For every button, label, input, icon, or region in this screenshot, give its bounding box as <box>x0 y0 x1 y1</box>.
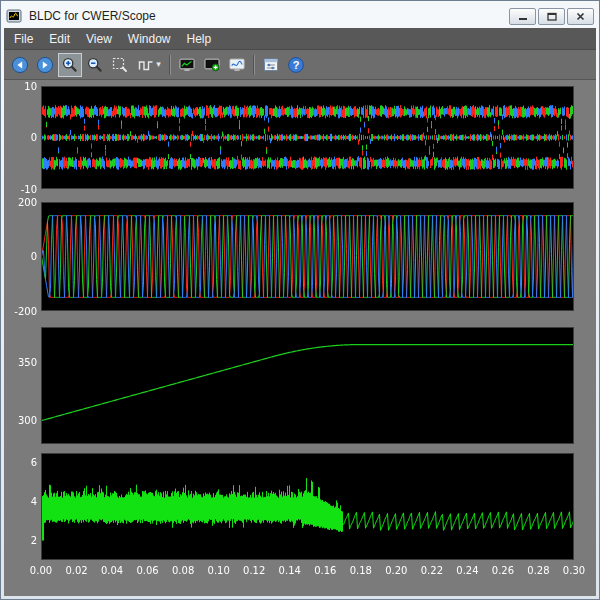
signal-scaling-button[interactable]: ▾ <box>133 53 165 77</box>
menubar: File Edit View Window Help <box>4 28 596 50</box>
properties-window-icon <box>262 56 280 74</box>
arrow-left-circle-icon <box>11 56 29 74</box>
maximize-button[interactable] <box>538 8 565 25</box>
plot-area <box>4 80 596 596</box>
scope-client-area: File Edit View Window Help <box>4 28 596 596</box>
monitor-wave-icon <box>228 56 246 74</box>
help-circle-icon: ? <box>287 56 305 74</box>
titlebar[interactable]: BLDC for CWER/Scope <box>4 4 596 28</box>
help-button[interactable]: ? <box>284 53 308 77</box>
highlight-block-button[interactable] <box>225 53 249 77</box>
close-button[interactable] <box>567 8 594 25</box>
parameters-button[interactable] <box>259 53 283 77</box>
toolbar-separator <box>253 55 255 75</box>
arrow-right-circle-icon <box>36 56 54 74</box>
dark-monitor-trace-icon <box>178 56 196 74</box>
back-button[interactable] <box>8 53 32 77</box>
menu-file[interactable]: File <box>6 30 41 48</box>
chevron-down-icon: ▾ <box>156 60 161 69</box>
svg-text:?: ? <box>293 59 300 71</box>
scope-block-icon <box>6 8 22 24</box>
toolbar-separator <box>169 55 171 75</box>
scope-window: BLDC for CWER/Scope File Edit View Windo… <box>0 0 600 600</box>
magnifier-plus-icon <box>61 56 79 74</box>
toolbar: ▾ ? <box>4 50 596 80</box>
magnifier-minus-icon <box>86 56 104 74</box>
forward-button[interactable] <box>33 53 57 77</box>
axes-scaling-icon <box>137 56 155 74</box>
scope-plots-canvas[interactable] <box>4 80 596 596</box>
minimize-icon <box>518 12 528 21</box>
zoom-out-button[interactable] <box>83 53 107 77</box>
zoom-region-button[interactable] <box>108 53 132 77</box>
menu-help[interactable]: Help <box>179 30 220 48</box>
zoom-in-button[interactable] <box>58 53 82 77</box>
window-controls <box>509 8 594 25</box>
menu-edit[interactable]: Edit <box>41 30 78 48</box>
minimize-button[interactable] <box>509 8 536 25</box>
menu-window[interactable]: Window <box>120 30 179 48</box>
dashed-rect-magnifier-icon <box>111 56 129 74</box>
floating-scope-button[interactable] <box>200 53 224 77</box>
maximize-icon <box>547 12 557 21</box>
close-icon <box>576 12 585 21</box>
window-title: BLDC for CWER/Scope <box>27 9 504 23</box>
capture-display-button[interactable] <box>175 53 199 77</box>
menu-view[interactable]: View <box>78 30 120 48</box>
monitor-green-plus-icon <box>203 56 221 74</box>
